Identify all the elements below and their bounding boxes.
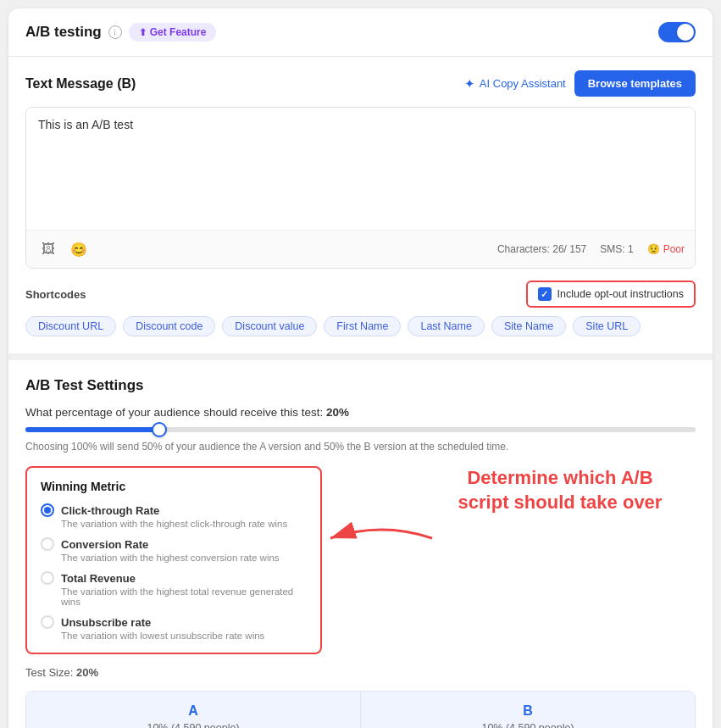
browse-templates-button[interactable]: Browse templates: [574, 70, 696, 97]
unsubscribe-label: Unsubscribe rate: [61, 616, 151, 629]
text-message-section: Text Message (B) ✦ AI Copy Assistant Bro…: [8, 57, 713, 269]
annotation-arrow: [322, 513, 441, 564]
header-actions: ✦ AI Copy Assistant Browse templates: [464, 70, 696, 97]
annotation-text: Determine which A/B script should take o…: [450, 466, 670, 514]
shortcode-tag-first-name[interactable]: First Name: [324, 316, 401, 336]
toggle-knob: [677, 24, 694, 41]
character-count: Characters: 26/ 157: [497, 243, 586, 255]
main-card: A/B testing i ⬆ Get Feature Text Message…: [8, 8, 713, 728]
radio-option-revenue[interactable]: Total Revenue The variation with the hig…: [41, 571, 307, 607]
percentage-question-text: What percentage of your audience should …: [25, 406, 323, 419]
revenue-desc: The variation with the highest total rev…: [41, 586, 307, 607]
text-message-header: Text Message (B) ✦ AI Copy Assistant Bro…: [25, 70, 696, 97]
ab-card-b-letter: B: [373, 703, 683, 719]
revenue-label: Total Revenue: [61, 572, 136, 585]
shortcodes-section: Shortcodes ✓ Include opt-out instruction…: [8, 269, 713, 353]
test-size-label: Test Size:: [25, 666, 73, 679]
radio-label-ctr: Click-through Rate: [41, 503, 307, 517]
ab-testing-toggle[interactable]: [658, 22, 696, 42]
shortcode-tag-discount-value[interactable]: Discount value: [222, 316, 317, 336]
header-left: A/B testing i ⬆ Get Feature: [25, 23, 216, 42]
textarea-icons: 🖼 😊: [36, 237, 91, 261]
text-message-title: Text Message (B): [25, 76, 136, 92]
shortcode-tag-discount-url[interactable]: Discount URL: [25, 316, 116, 336]
quality-label: Poor: [663, 243, 685, 255]
ab-settings-title: A/B Test Settings: [25, 377, 696, 394]
radio-label-unsubscribe: Unsubscribe rate: [41, 615, 307, 629]
opt-out-instructions-checkbox[interactable]: ✓ Include opt-out instructions: [526, 281, 696, 308]
conversion-desc: The variation with the highest conversio…: [41, 553, 307, 563]
shortcode-tag-last-name[interactable]: Last Name: [408, 316, 484, 336]
shortcode-tag-site-name[interactable]: Site Name: [491, 316, 566, 336]
checkbox-checked-icon: ✓: [538, 287, 552, 301]
ab-card-b-detail: 10% (4,590 people): [373, 722, 683, 728]
shortcodes-tags: Discount URL Discount code Discount valu…: [25, 316, 696, 336]
shortcodes-title: Shortcodes: [25, 288, 86, 301]
test-size-value: 20%: [76, 666, 98, 679]
textarea-footer: 🖼 😊 Characters: 26/ 157 SMS: 1 😟 Poor: [26, 230, 695, 268]
radio-dot-ctr: [44, 507, 51, 514]
ab-split-cards: A 10% (4,590 people) B 10% (4,590 people…: [25, 691, 696, 728]
winning-metric-title: Winning Metric: [41, 480, 307, 493]
slider-thumb[interactable]: [152, 422, 167, 437]
message-textarea[interactable]: This is an A/B test: [26, 108, 695, 226]
radio-option-ctr[interactable]: Click-through Rate The variation with th…: [41, 503, 307, 529]
radio-option-conversion[interactable]: Conversion Rate The variation with the h…: [41, 537, 307, 563]
radio-circle-revenue: [41, 571, 54, 585]
get-feature-icon: ⬆: [139, 27, 147, 38]
textarea-stats: Characters: 26/ 157 SMS: 1 😟 Poor: [497, 243, 685, 255]
ai-icon: ✦: [464, 76, 475, 92]
info-icon[interactable]: i: [108, 25, 122, 39]
audience-percentage-slider[interactable]: [25, 427, 696, 432]
image-icon[interactable]: 🖼: [36, 237, 60, 261]
annotation-wrapper: Winning Metric Click-through Rate The va…: [25, 466, 696, 654]
quality-emoji: 😟: [647, 243, 660, 255]
get-feature-label: Get Feature: [150, 26, 207, 38]
radio-option-unsubscribe[interactable]: Unsubscribe rate The variation with lowe…: [41, 615, 307, 641]
opt-out-label: Include opt-out instructions: [557, 288, 684, 300]
emoji-icon[interactable]: 😊: [67, 237, 91, 261]
shortcode-tag-discount-code[interactable]: Discount code: [123, 316, 215, 336]
slider-fill: [25, 427, 159, 432]
test-size-row: Test Size: 20%: [25, 666, 696, 679]
ab-card-a-detail: 10% (4,590 people): [38, 722, 348, 728]
ab-card-b: B 10% (4,590 people): [361, 692, 695, 728]
percentage-question: What percentage of your audience should …: [25, 406, 696, 419]
ab-card-a: A 10% (4,590 people): [26, 692, 361, 728]
ai-copy-assistant-button[interactable]: ✦ AI Copy Assistant: [464, 76, 566, 92]
page-title: A/B testing: [25, 24, 102, 41]
quality-badge: 😟 Poor: [647, 243, 685, 255]
header-section: A/B testing i ⬆ Get Feature: [8, 8, 713, 57]
percentage-value: 20%: [326, 406, 349, 419]
shortcodes-header: Shortcodes ✓ Include opt-out instruction…: [25, 281, 696, 308]
ctr-label: Click-through Rate: [61, 504, 159, 517]
slider-track: [25, 427, 696, 432]
radio-circle-ctr: [41, 503, 54, 517]
radio-circle-unsubscribe: [41, 615, 54, 629]
ab-card-a-letter: A: [38, 703, 348, 719]
radio-circle-conversion: [41, 537, 54, 551]
slider-note: Choosing 100% will send 50% of your audi…: [25, 441, 696, 453]
get-feature-button[interactable]: ⬆ Get Feature: [129, 23, 217, 42]
radio-label-revenue: Total Revenue: [41, 571, 307, 585]
ai-copy-label: AI Copy Assistant: [480, 77, 566, 90]
ab-settings-section: A/B Test Settings What percentage of you…: [8, 360, 713, 728]
radio-label-conversion: Conversion Rate: [41, 537, 307, 551]
winning-metric-box: Winning Metric Click-through Rate The va…: [25, 466, 322, 654]
ctr-desc: The variation with the highest click-thr…: [41, 519, 307, 529]
conversion-label: Conversion Rate: [61, 538, 148, 551]
section-divider: [8, 353, 713, 360]
sms-count: SMS: 1: [600, 243, 633, 255]
shortcode-tag-site-url[interactable]: Site URL: [573, 316, 641, 336]
unsubscribe-desc: The variation with lowest unsubscribe ra…: [41, 631, 307, 641]
message-textarea-wrapper: This is an A/B test 🖼 😊 Characters: 26/ …: [25, 107, 696, 269]
